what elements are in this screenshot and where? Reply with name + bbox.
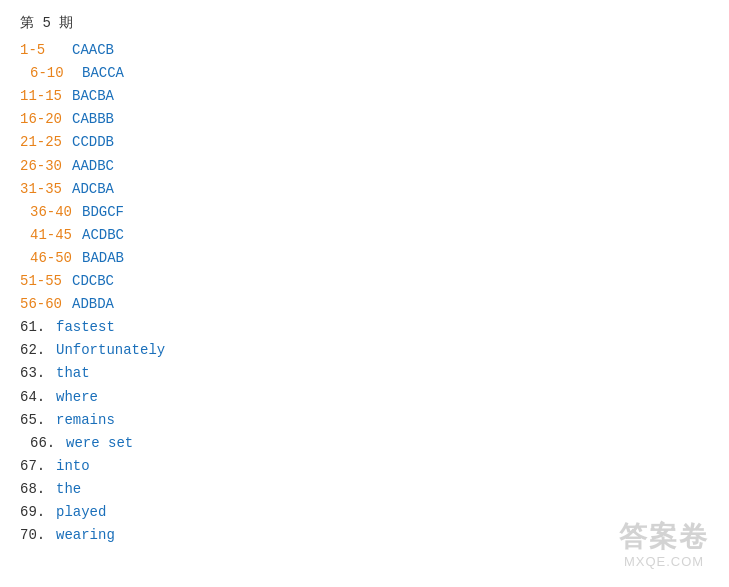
mc-line-answer: ADCBA [72,178,114,201]
mc-line-answer: CAACB [72,39,114,62]
written-line: 70.wearing [20,524,709,547]
mc-line-num: 21-25 [20,131,72,154]
written-line-answer: Unfortunately [56,339,165,362]
mc-line-answer: BADAB [82,247,124,270]
written-line-answer: that [56,362,90,385]
mc-line-num: 1-5 [20,39,72,62]
period-title: 第 5 期 [20,12,709,35]
mc-line-num: 6-10 [20,62,82,85]
written-line: 63.that [20,362,709,385]
mc-line: 41-45ACDBC [20,224,709,247]
written-line: 68.the [20,478,709,501]
written-line-num: 66. [20,432,66,455]
written-line: 62.Unfortunately [20,339,709,362]
main-content: 第 5 期 1-5CAACB6-10BACCA11-15BACBA16-20CA… [0,0,729,559]
mc-line: 46-50BADAB [20,247,709,270]
mc-line-answer: CCDDB [72,131,114,154]
mc-line-answer: AADBC [72,155,114,178]
written-line-answer: wearing [56,524,115,547]
written-line-num: 70. [20,524,56,547]
mc-line: 21-25CCDDB [20,131,709,154]
mc-line: 16-20CABBB [20,108,709,131]
mc-line-num: 16-20 [20,108,72,131]
mc-line-num: 41-45 [20,224,82,247]
written-line-num: 69. [20,501,56,524]
written-line-answer: were set [66,432,133,455]
written-line: 67.into [20,455,709,478]
mc-line: 36-40BDGCF [20,201,709,224]
mc-line-num: 51-55 [20,270,72,293]
mc-line-answer: BACBA [72,85,114,108]
mc-line: 11-15BACBA [20,85,709,108]
mc-line: 51-55CDCBC [20,270,709,293]
mc-line: 31-35ADCBA [20,178,709,201]
written-section: 61.fastest62.Unfortunately63.that64.wher… [20,316,709,547]
mc-line: 1-5CAACB [20,39,709,62]
written-line-num: 65. [20,409,56,432]
mc-section: 1-5CAACB6-10BACCA11-15BACBA16-20CABBB21-… [20,39,709,316]
written-line-num: 63. [20,362,56,385]
mc-line: 56-60ADBDA [20,293,709,316]
written-line-answer: into [56,455,90,478]
mc-line-answer: ADBDA [72,293,114,316]
written-line-answer: remains [56,409,115,432]
written-line: 66.were set [20,432,709,455]
written-line-answer: played [56,501,106,524]
mc-line-answer: CDCBC [72,270,114,293]
mc-line-answer: ACDBC [82,224,124,247]
written-line-num: 68. [20,478,56,501]
mc-line-num: 11-15 [20,85,72,108]
mc-line: 26-30AADBC [20,155,709,178]
written-line-num: 64. [20,386,56,409]
written-line-num: 62. [20,339,56,362]
mc-line-answer: BDGCF [82,201,124,224]
written-line: 69.played [20,501,709,524]
written-line-answer: where [56,386,98,409]
mc-line-num: 46-50 [20,247,82,270]
mc-line-answer: CABBB [72,108,114,131]
written-line-answer: the [56,478,81,501]
written-line-num: 61. [20,316,56,339]
mc-line-num: 56-60 [20,293,72,316]
written-line-num: 67. [20,455,56,478]
written-line: 64.where [20,386,709,409]
mc-line-num: 36-40 [20,201,82,224]
written-line: 61.fastest [20,316,709,339]
written-line-answer: fastest [56,316,115,339]
mc-line-num: 31-35 [20,178,72,201]
mc-line-answer: BACCA [82,62,124,85]
mc-line-num: 26-30 [20,155,72,178]
mc-line: 6-10BACCA [20,62,709,85]
written-line: 65.remains [20,409,709,432]
